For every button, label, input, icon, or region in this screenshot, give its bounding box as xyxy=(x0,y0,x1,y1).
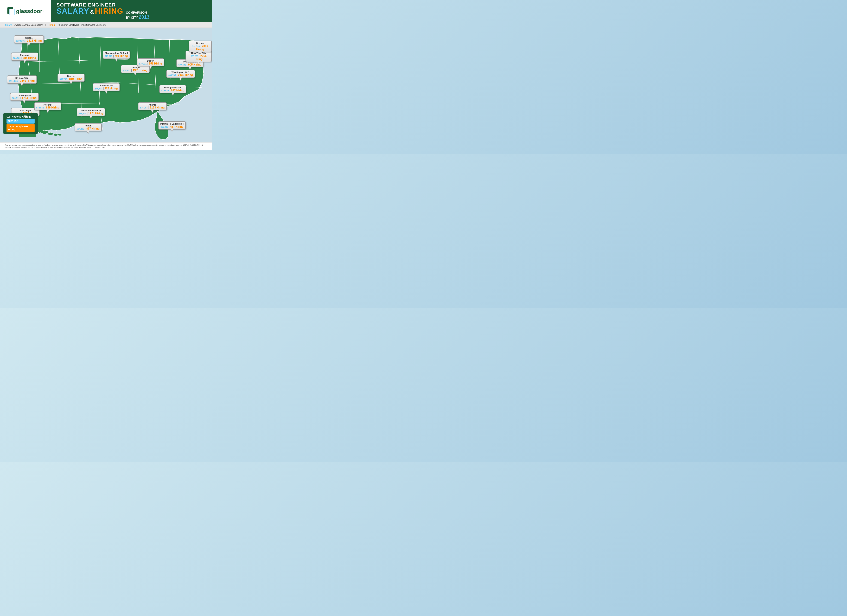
city-hiring: 637 Hiring xyxy=(171,89,184,92)
city-name: Portland xyxy=(13,54,36,56)
city-salary: $78,871 xyxy=(123,69,130,72)
city-name: Washington, D.C. xyxy=(168,71,193,74)
city-data: $84,232 | 857 Hiring xyxy=(77,127,100,130)
city-name: Raleigh-Durham xyxy=(161,86,184,89)
logo-area: glassdoor™ xyxy=(0,0,51,22)
city-salary: $86,511 xyxy=(12,97,19,99)
city-hiring: 857 Hiring xyxy=(86,127,99,130)
city-name: Minneapolis / St. Paul xyxy=(105,52,128,55)
header: glassdoor™ SOFTWARE ENGINEER SALARY & HI… xyxy=(0,0,212,22)
city-divider: | xyxy=(176,74,178,77)
city-data: $83,765 | 2139 Hiring xyxy=(168,74,193,77)
city-name: Miami / Ft. Lauderdale xyxy=(160,122,184,125)
city-label: Minneapolis / St. Paul$75,925 | 794 Hiri… xyxy=(103,51,130,59)
city-salary: $70,111 xyxy=(139,63,146,65)
svg-point-22 xyxy=(48,133,53,135)
city-divider: | xyxy=(21,56,23,59)
legend-divider: | xyxy=(45,24,46,26)
city-salary: $68,892 xyxy=(95,87,102,90)
city-salary: $79,634 xyxy=(161,90,169,92)
city-divider: | xyxy=(67,78,69,80)
city-divider: | xyxy=(84,127,86,130)
title-comparison-text: COMPARISON xyxy=(126,11,149,15)
city-data: $69,830 | 457 Hiring xyxy=(160,125,184,128)
city-data: $111,885 | 3846 Hiring xyxy=(9,80,35,83)
city-divider: | xyxy=(86,112,88,115)
city-salary: $83,765 xyxy=(168,74,176,77)
city-hiring: 1173 Hiring xyxy=(150,106,164,109)
title-line1: SOFTWARE ENGINEER xyxy=(56,3,149,7)
city-data: $86,511 | 1784 Hiring xyxy=(12,96,37,100)
city-data: $79,634 | 637 Hiring xyxy=(161,89,184,92)
legend-salary-text: = Average Annual Base Salary xyxy=(13,24,43,26)
city-salary: $84,232 xyxy=(77,128,84,130)
city-salary: $103,196 xyxy=(16,40,25,42)
national-avg-hiring-bar: 15,732 Employers Hiring xyxy=(6,124,35,132)
city-name: Seattle xyxy=(16,37,41,39)
city-divider: | xyxy=(102,87,105,90)
legend-hiring-label: Hiring xyxy=(49,24,55,26)
city-hiring: 1784 Hiring xyxy=(22,96,37,99)
svg-point-23 xyxy=(53,134,58,136)
city-data: $78,802 | 1224 Hiring xyxy=(79,112,103,115)
title-hiring: HIRING xyxy=(95,7,123,15)
svg-rect-2 xyxy=(9,9,14,15)
city-data: $91,593 | 2006 Hiring xyxy=(191,45,210,51)
city-label: Seattle$103,196 | 1418 Hiring xyxy=(14,35,44,44)
city-salary: $91,593 xyxy=(192,45,199,47)
map-area: Seattle$103,196 | 1418 HiringPortland$84… xyxy=(0,28,212,142)
title-line2: SALARY & HIRING COMPARISON BY CITY 2013 xyxy=(56,7,149,20)
title-amp: & xyxy=(90,9,94,15)
city-name: Austin xyxy=(77,124,100,127)
city-divider: | xyxy=(44,106,46,109)
city-divider: | xyxy=(25,39,27,42)
city-name: Denver xyxy=(59,75,83,78)
legend-salary-label: Salary xyxy=(5,24,12,26)
logo-text: glassdoor xyxy=(16,8,42,14)
city-hiring: 3846 Hiring xyxy=(20,80,35,82)
city-divider: | xyxy=(112,55,115,57)
city-label: Portland$84,562 | 684 Hiring xyxy=(11,53,38,61)
national-avg-hiring: 15,732 Employers Hiring xyxy=(8,125,28,131)
city-hiring: 1418 Hiring xyxy=(27,39,42,42)
city-data: $84,562 | 684 Hiring xyxy=(13,56,36,60)
city-hiring: 457 Hiring xyxy=(170,125,183,128)
city-divider: | xyxy=(168,125,170,128)
city-label: Washington, D.C.$83,765 | 2139 Hiring xyxy=(166,70,195,78)
city-name: Los Angeles xyxy=(12,94,37,97)
city-label: Austin$84,232 | 857 Hiring xyxy=(75,123,102,131)
city-label: Detroit$70,111 | 759 Hiring xyxy=(137,58,164,66)
footer-text: Average annual base salaries based on at… xyxy=(5,144,203,148)
city-salary: $85,236 xyxy=(191,55,198,57)
city-data: $76,787 | 1173 Hiring xyxy=(140,106,165,109)
city-name: San Diego xyxy=(13,109,38,112)
city-data: $78,844 | 669 Hiring xyxy=(36,106,59,109)
legend-hiring-text: = Number of Employers Hiring Software En… xyxy=(56,24,106,26)
glassdoor-icon xyxy=(7,7,15,15)
city-salary: $69,830 xyxy=(161,126,168,128)
city-hiring: 378 Hiring xyxy=(105,87,118,90)
city-data: $78,871 | 1381 Hiring xyxy=(123,69,148,72)
footer: Average annual base salaries based on at… xyxy=(0,142,212,150)
city-hiring: 1381 Hiring xyxy=(133,69,148,72)
city-data: $80,763 | 810 Hiring xyxy=(59,78,83,81)
city-label: Kansas City$68,892 | 378 Hiring xyxy=(93,83,120,91)
city-salary: $84,562 xyxy=(13,57,21,59)
national-avg-salary-bar: $92,790 xyxy=(6,119,35,124)
city-salary: $78,802 xyxy=(79,112,86,115)
city-salary: $77,485 xyxy=(179,63,186,66)
city-salary: $76,787 xyxy=(140,107,148,109)
title-main: SOFTWARE ENGINEER SALARY & HIRING COMPAR… xyxy=(56,3,149,20)
city-hiring: 1224 Hiring xyxy=(88,112,103,115)
city-name: Kansas City xyxy=(95,84,118,87)
city-data: $68,892 | 378 Hiring xyxy=(95,87,118,90)
city-label: Denver$80,763 | 810 Hiring xyxy=(58,74,84,82)
city-label: Miami / Ft. Lauderdale$69,830 | 457 Hiri… xyxy=(158,121,186,130)
national-average-box: U.S. National Average $92,790 15,732 Emp… xyxy=(3,113,38,134)
city-name: Atlanta xyxy=(140,103,165,106)
city-divider: | xyxy=(200,45,202,47)
city-hiring: 684 Hiring xyxy=(23,56,36,59)
city-salary: $111,885 xyxy=(9,80,18,82)
svg-point-24 xyxy=(58,134,62,136)
city-name: Detroit xyxy=(139,60,162,62)
